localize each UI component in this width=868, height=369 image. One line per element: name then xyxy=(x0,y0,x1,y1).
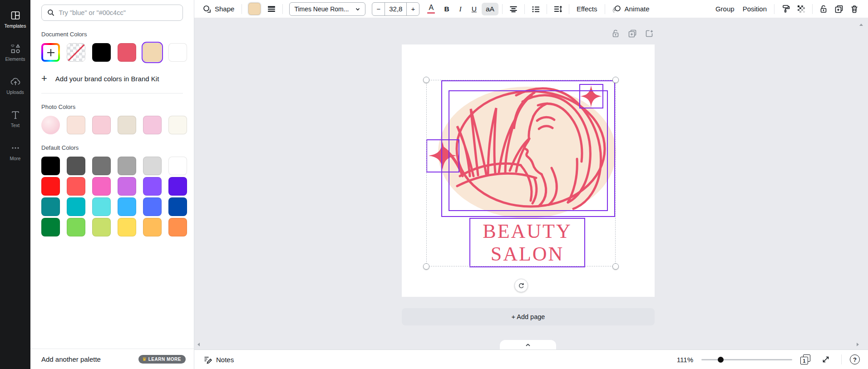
duplicate-page-button[interactable] xyxy=(628,29,637,38)
expand-panel-notch[interactable] xyxy=(500,340,556,349)
sparkle-element-top-right[interactable] xyxy=(579,84,603,108)
font-size-increase[interactable]: + xyxy=(406,3,419,15)
color-swatch[interactable] xyxy=(41,197,60,216)
page-indicator[interactable]: 1 xyxy=(800,354,810,364)
notes-button[interactable]: Notes xyxy=(203,355,234,364)
add-page-icon-button[interactable] xyxy=(645,29,654,38)
chevron-up-icon xyxy=(525,343,531,347)
photo-colors-grid xyxy=(41,116,183,134)
text-color-button[interactable]: A xyxy=(423,2,439,16)
zoom-slider-thumb[interactable] xyxy=(718,357,724,363)
fullscreen-button[interactable] xyxy=(819,352,833,367)
color-swatch[interactable] xyxy=(168,157,187,175)
color-swatch[interactable] xyxy=(41,218,60,236)
add-color-button[interactable] xyxy=(41,43,60,62)
sparkle-element-left[interactable] xyxy=(428,141,458,171)
copy-style-button[interactable] xyxy=(778,1,793,16)
underline-button[interactable]: U xyxy=(468,3,481,15)
resize-handle-top-left[interactable] xyxy=(423,77,429,83)
help-button[interactable]: ? xyxy=(850,354,860,364)
color-swatch[interactable] xyxy=(118,218,136,236)
divider xyxy=(502,4,503,14)
color-search[interactable] xyxy=(41,5,183,21)
sidebar-item-label: Uploads xyxy=(6,89,24,95)
color-swatch[interactable] xyxy=(118,43,136,62)
scroll-right-arrow[interactable] xyxy=(856,342,860,347)
text-case-button[interactable]: aA xyxy=(482,3,498,15)
color-swatch[interactable] xyxy=(143,43,162,62)
color-swatch[interactable] xyxy=(41,177,60,196)
font-size-decrease[interactable]: − xyxy=(372,3,385,15)
color-swatch[interactable] xyxy=(92,157,111,175)
effects-button[interactable]: Effects xyxy=(573,2,601,15)
delete-button[interactable] xyxy=(847,2,862,16)
shape-label: Shape xyxy=(215,5,234,13)
position-button[interactable]: Position xyxy=(739,2,770,15)
fill-color-swatch[interactable] xyxy=(248,3,261,15)
resize-handle-bottom-left[interactable] xyxy=(423,263,429,270)
color-swatch[interactable] xyxy=(118,116,136,134)
italic-button[interactable]: I xyxy=(454,3,467,15)
color-swatch[interactable] xyxy=(118,197,136,216)
color-swatch[interactable] xyxy=(41,157,60,175)
add-page-button[interactable]: + Add page xyxy=(402,308,655,325)
rotate-handle[interactable] xyxy=(514,279,528,292)
color-swatch[interactable] xyxy=(118,157,136,175)
color-swatch[interactable] xyxy=(143,177,162,196)
color-swatch[interactable] xyxy=(143,218,162,236)
bullet-list-button[interactable] xyxy=(528,2,543,16)
group-button[interactable]: Group xyxy=(712,2,738,15)
font-family-select[interactable]: Times Neue Rom... xyxy=(289,2,365,16)
color-swatch[interactable] xyxy=(168,197,187,216)
duplicate-button[interactable] xyxy=(832,2,846,16)
scroll-left-arrow[interactable] xyxy=(197,342,200,347)
color-swatch[interactable] xyxy=(168,177,187,196)
no-color-swatch[interactable] xyxy=(67,43,85,62)
brand-kit-link[interactable]: + Add your brand colors in Brand Kit xyxy=(41,74,183,84)
color-swatch[interactable] xyxy=(92,43,111,62)
sidebar-item-elements[interactable]: Elements xyxy=(0,36,30,69)
color-swatch[interactable] xyxy=(168,218,187,236)
color-swatch[interactable] xyxy=(143,157,162,175)
lock-page-button[interactable] xyxy=(611,29,620,38)
shape-button[interactable]: Shape xyxy=(199,2,238,16)
color-swatch[interactable] xyxy=(143,116,162,134)
resize-handle-bottom-right[interactable] xyxy=(612,263,619,270)
sidebar-item-text[interactable]: Text xyxy=(0,102,30,135)
resize-handle-top-right[interactable] xyxy=(612,77,619,83)
text-align-button[interactable] xyxy=(506,2,521,16)
color-swatch[interactable] xyxy=(143,197,162,216)
color-swatch[interactable] xyxy=(67,157,85,175)
border-style-button[interactable] xyxy=(264,2,279,16)
line-spacing-button[interactable] xyxy=(551,2,565,16)
bullet-list-icon xyxy=(531,5,540,14)
color-swatch[interactable] xyxy=(67,218,85,236)
logo-text-element[interactable]: BEAUTY SALON xyxy=(469,218,585,267)
animate-button[interactable]: Animate xyxy=(609,2,653,16)
brand-kit-label: Add your brand colors in Brand Kit xyxy=(55,75,159,83)
color-search-input[interactable] xyxy=(59,9,177,16)
color-swatch[interactable] xyxy=(67,116,85,134)
sidebar-item-more[interactable]: More xyxy=(0,135,30,168)
sidebar-item-uploads[interactable]: Uploads xyxy=(0,69,30,102)
learn-more-badge[interactable]: ♛ LEARN MORE xyxy=(138,355,186,364)
zoom-slider[interactable] xyxy=(701,356,792,363)
color-swatch[interactable] xyxy=(168,43,187,62)
font-size-value[interactable]: 32,8 xyxy=(385,3,406,15)
color-swatch[interactable] xyxy=(92,197,111,216)
lock-button[interactable] xyxy=(816,2,831,16)
sidebar-item-templates[interactable]: Templates xyxy=(0,3,30,36)
color-swatch[interactable] xyxy=(67,177,85,196)
bold-button[interactable]: B xyxy=(440,3,453,15)
color-swatch[interactable] xyxy=(168,116,187,134)
color-swatch[interactable] xyxy=(92,116,111,134)
color-swatch[interactable] xyxy=(92,218,111,236)
scroll-up-arrow[interactable] xyxy=(859,23,863,26)
canvas-stage[interactable]: BEAUTY SALON + Add page xyxy=(194,18,868,349)
transparency-button[interactable] xyxy=(794,2,809,16)
color-swatch[interactable] xyxy=(67,197,85,216)
color-swatch[interactable] xyxy=(118,177,136,196)
color-swatch[interactable] xyxy=(92,177,111,196)
add-another-palette[interactable]: Add another palette xyxy=(41,355,101,363)
photo-color-swatch[interactable] xyxy=(41,116,60,134)
